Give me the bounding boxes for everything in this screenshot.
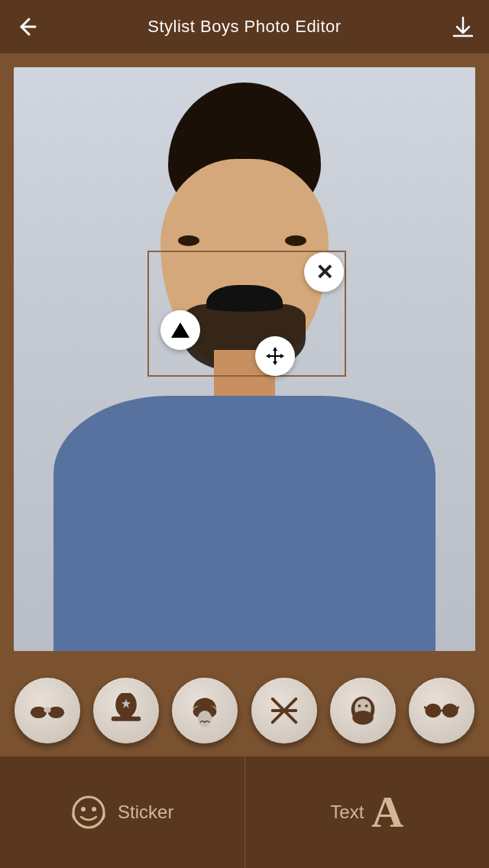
bottom-bar: Sticker Text A <box>0 756 489 868</box>
svg-point-17 <box>358 704 361 708</box>
back-button[interactable] <box>14 15 38 39</box>
svg-point-5 <box>44 707 50 713</box>
sticker-label: Sticker <box>118 802 173 823</box>
shirt <box>53 396 436 651</box>
app-title: Stylist Boys Photo Editor <box>147 17 341 37</box>
text-a-icon: A <box>371 790 403 834</box>
toolbar-symbol[interactable] <box>251 678 317 743</box>
toolbar-mustache[interactable] <box>15 678 80 743</box>
photo-canvas[interactable]: ✕ <box>14 67 475 651</box>
svg-rect-8 <box>120 714 131 719</box>
text-tab[interactable]: Text A <box>245 756 490 868</box>
svg-point-25 <box>73 797 104 828</box>
download-button[interactable] <box>451 15 475 39</box>
eye-left <box>178 235 199 246</box>
svg-point-26 <box>81 807 86 811</box>
svg-point-19 <box>352 711 374 724</box>
toolbar <box>0 665 489 756</box>
svg-point-3 <box>30 707 46 718</box>
move-control[interactable] <box>255 336 295 376</box>
svg-point-20 <box>426 704 440 717</box>
photo-area[interactable]: ✕ <box>0 53 489 665</box>
sticker-tab[interactable]: Sticker <box>0 756 245 868</box>
svg-point-21 <box>443 704 457 717</box>
resize-control[interactable] <box>160 310 200 350</box>
text-label: Text <box>330 802 364 823</box>
toolbar-beard[interactable] <box>330 678 396 743</box>
svg-point-18 <box>365 704 368 708</box>
svg-point-4 <box>47 707 63 718</box>
toolbar-turban[interactable] <box>172 678 238 743</box>
eye-right <box>285 235 306 246</box>
portrait: ✕ <box>14 67 475 651</box>
toolbar-hat[interactable] <box>93 678 159 743</box>
svg-line-24 <box>458 707 460 709</box>
sticker-face-icon <box>70 794 107 831</box>
close-sticker-control[interactable]: ✕ <box>304 252 344 292</box>
toolbar-glasses[interactable] <box>409 678 474 743</box>
svg-point-11 <box>198 711 212 727</box>
mustache-sticker[interactable] <box>206 285 283 312</box>
svg-point-27 <box>92 807 96 811</box>
header: Stylist Boys Photo Editor <box>0 0 489 53</box>
svg-line-23 <box>424 707 426 709</box>
